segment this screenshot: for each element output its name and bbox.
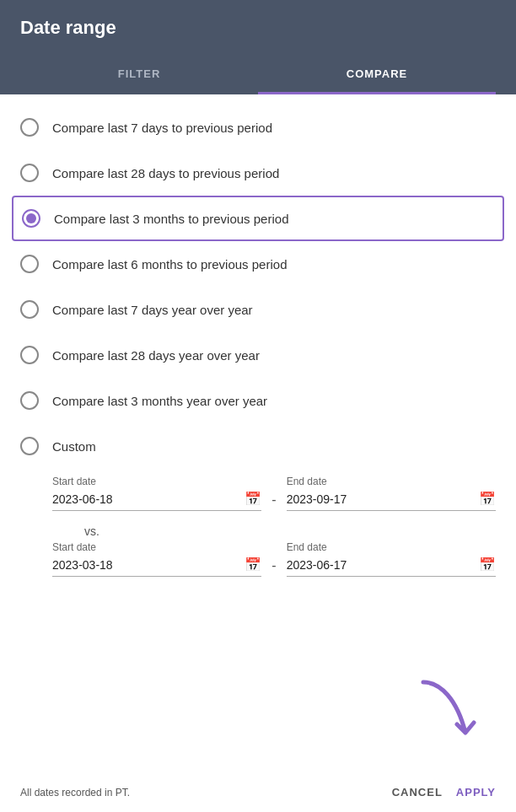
option-label-1: Compare last 7 days to previous period: [52, 121, 272, 135]
calendar-icon-2[interactable]: 📅: [479, 491, 496, 507]
content-area: Compare last 7 days to previous period C…: [0, 94, 516, 587]
option-label-6: Compare last 28 days year over year: [52, 348, 260, 363]
footer: All dates recorded in PT. CANCEL APPLY: [0, 772, 516, 812]
option-label-3: Compare last 3 months to previous period: [54, 212, 288, 226]
option-label-7: Compare last 3 months year over year: [52, 394, 267, 408]
period1-start-label: Start date: [52, 476, 261, 487]
period2-start-label: Start date: [52, 541, 261, 553]
period1-start-input[interactable]: 2023-06-18 📅: [52, 491, 261, 511]
tab-compare[interactable]: COMPARE: [258, 56, 496, 94]
list-item[interactable]: Compare last 7 days to previous period: [20, 105, 496, 150]
custom-section: Start date 2023-06-18 📅 - End date 2023-…: [20, 476, 496, 577]
option-label-2: Compare last 28 days to previous period: [52, 166, 279, 180]
radio-circle-5: [20, 300, 39, 319]
list-item[interactable]: Compare last 3 months to previous period: [12, 196, 504, 241]
period2-start: Start date 2023-03-18 📅: [52, 541, 261, 577]
footer-buttons: CANCEL APPLY: [392, 786, 496, 799]
option-label-4: Compare last 6 months to previous period: [52, 257, 287, 272]
radio-circle-6: [20, 346, 39, 364]
date-separator-1: -: [271, 492, 276, 511]
period1-end: End date 2023-09-17 📅: [287, 476, 496, 511]
period2-end-label: End date: [287, 541, 496, 553]
page-title: Date range: [20, 17, 496, 56]
radio-circle-2: [20, 164, 39, 182]
period1-end-input[interactable]: 2023-09-17 📅: [287, 491, 496, 511]
list-item[interactable]: Compare last 3 months year over year: [20, 378, 496, 423]
list-item[interactable]: Compare last 28 days year over year: [20, 332, 496, 378]
period2-start-value: 2023-03-18: [52, 558, 238, 572]
tabs: FILTER COMPARE: [20, 56, 496, 94]
footer-note: All dates recorded in PT.: [20, 787, 130, 799]
cancel-button[interactable]: CANCEL: [392, 786, 443, 799]
period2-row: Start date 2023-03-18 📅 - End date 2023-…: [52, 541, 496, 577]
option-label-8: Custom: [52, 439, 96, 454]
option-label-5: Compare last 7 days year over year: [52, 303, 253, 317]
radio-circle-7: [20, 391, 39, 410]
calendar-icon-1[interactable]: 📅: [245, 491, 261, 507]
list-item[interactable]: Compare last 7 days year over year: [20, 287, 496, 332]
radio-circle-1: [20, 118, 39, 137]
date-separator-2: -: [271, 558, 276, 577]
radio-group: Compare last 7 days to previous period C…: [20, 105, 496, 469]
period1-row: Start date 2023-06-18 📅 - End date 2023-…: [52, 476, 496, 511]
calendar-icon-4[interactable]: 📅: [479, 557, 496, 573]
arrow-annotation: [415, 674, 491, 761]
period1-start: Start date 2023-06-18 📅: [52, 476, 261, 511]
radio-circle-4: [20, 255, 39, 273]
list-item[interactable]: Compare last 28 days to previous period: [20, 150, 496, 196]
period2-start-input[interactable]: 2023-03-18 📅: [52, 557, 261, 577]
radio-circle-8: [20, 437, 39, 455]
radio-circle-3: [22, 209, 40, 228]
apply-button[interactable]: APPLY: [456, 786, 496, 799]
period2-end-value: 2023-06-17: [287, 558, 472, 572]
period1-end-value: 2023-09-17: [287, 492, 472, 506]
header: Date range FILTER COMPARE: [0, 0, 516, 94]
calendar-icon-3[interactable]: 📅: [245, 557, 261, 573]
vs-label: vs.: [52, 524, 496, 538]
period1-end-label: End date: [287, 476, 496, 487]
period1-start-value: 2023-06-18: [52, 492, 238, 506]
period2-end-input[interactable]: 2023-06-17 📅: [287, 557, 496, 577]
list-item[interactable]: Custom: [20, 423, 496, 469]
period2-end: End date 2023-06-17 📅: [287, 541, 496, 577]
list-item[interactable]: Compare last 6 months to previous period: [20, 241, 496, 287]
tab-filter[interactable]: FILTER: [20, 56, 258, 94]
